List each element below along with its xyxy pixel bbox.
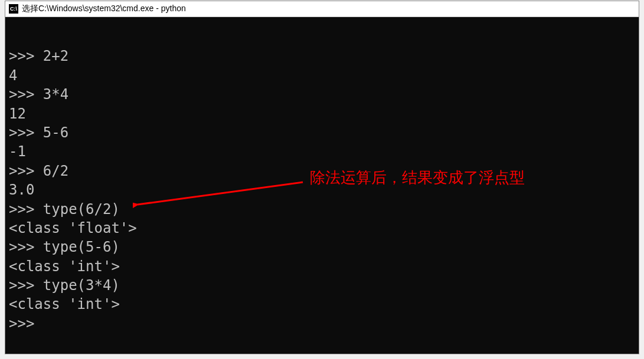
terminal-line: 4 bbox=[9, 67, 17, 84]
terminal-line: >>> type(6/2) bbox=[9, 201, 120, 218]
terminal-line: >>> 2+2 bbox=[9, 48, 68, 64]
terminal-line: >>> 5-6 bbox=[9, 124, 68, 141]
terminal-line: <class 'int'> bbox=[9, 258, 120, 275]
window-title: 选择C:\Windows\system32\cmd.exe - python bbox=[22, 4, 186, 14]
terminal-line: 3.0 bbox=[9, 182, 34, 198]
terminal-line: <class 'float'> bbox=[9, 220, 137, 236]
terminal-line: -1 bbox=[9, 143, 26, 160]
terminal-line: <class 'int'> bbox=[9, 296, 120, 312]
annotation-text: 除法运算后，结果变成了浮点型 bbox=[310, 167, 525, 188]
annotation-arrow-icon bbox=[133, 174, 310, 215]
terminal-line: 12 bbox=[9, 106, 26, 122]
terminal-line: >>> 3*4 bbox=[9, 86, 68, 103]
title-bar[interactable]: C:\ 选择C:\Windows\system32\cmd.exe - pyth… bbox=[5, 1, 639, 17]
svg-line-1 bbox=[138, 182, 303, 205]
terminal-line: >>> type(3*4) bbox=[9, 277, 120, 294]
cmd-icon: C:\ bbox=[9, 4, 18, 14]
terminal-line: >>> bbox=[9, 315, 34, 332]
terminal-line: >>> 6/2 bbox=[9, 163, 68, 179]
terminal-line: >>> type(5-6) bbox=[9, 239, 120, 255]
